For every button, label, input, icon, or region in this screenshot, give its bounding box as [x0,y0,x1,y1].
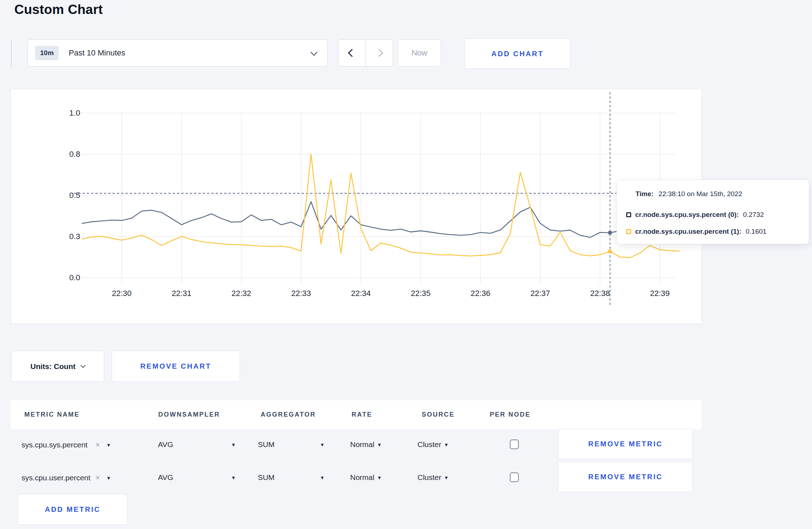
per-node-checkbox[interactable] [510,472,519,482]
clear-metric-icon[interactable]: × [95,440,100,450]
caret-down-icon: ▾ [107,475,110,481]
caret-down-icon: ▾ [445,441,448,448]
tooltip-series-row: cr.node.sys.cpu.user.percent (1): 0.1601 [626,228,767,236]
tooltip-series-label: cr.node.sys.cpu.sys.percent (0): [635,211,739,219]
chart-card: 1.00.80.50.30.0 22:3022:3122:3222:3322:3… [11,89,702,324]
prev-time-button[interactable] [338,40,366,66]
add-chart-button[interactable]: ADD CHART [465,39,570,69]
metric-name-select[interactable]: sys.cpu.user.percent × ▾ [21,473,110,482]
column-header-rate: RATE [352,411,372,418]
tooltip-time-value: 22:38:10 on Mar 15th, 2022 [658,190,742,198]
rate-select[interactable]: Normal ▾ [350,473,381,482]
remove-metric-button[interactable]: REMOVE METRIC [558,462,693,492]
x-tick-label: 22:39 [650,289,670,298]
caret-down-icon: ▾ [321,441,324,448]
column-header-per-node: PER NODE [490,411,531,418]
custom-chart-page: Custom Chart 10m Past 10 Minutes Now ADD… [0,0,812,529]
x-tick-label: 22:32 [231,289,251,298]
source-select[interactable]: Cluster ▾ [417,440,448,449]
clear-metric-icon[interactable]: × [96,473,100,482]
tooltip-series-value: 0.1601 [746,228,767,236]
now-button[interactable]: Now [398,39,441,67]
metric-name-select[interactable]: sys.cpu.sys.percent × ▾ [21,440,110,450]
chevron-down-icon [81,363,86,368]
remove-chart-button[interactable]: REMOVE CHART [112,351,240,382]
add-metric-button[interactable]: ADD METRIC [18,494,127,525]
tooltip-time-row: Time:22:38:10 on Mar 15th, 2022 [635,190,742,198]
y-tick-label: 0.3 [46,232,80,241]
caret-down-icon: ▾ [445,474,448,481]
series-user-swatch-icon [626,229,631,234]
downsampler-value: AVG [158,473,173,482]
source-value: Cluster [417,473,441,482]
y-tick-label: 1.0 [46,108,80,118]
x-tick-label: 22:30 [112,289,131,298]
downsampler-select[interactable]: AVG ▾ [158,440,235,449]
tooltip-series-value: 0.2732 [743,211,764,219]
downsampler-select[interactable]: AVG ▾ [158,473,235,482]
column-header-downsampler: DOWNSAMPLER [158,411,220,418]
x-tick-label: 22:34 [351,289,371,298]
column-header-metric-name: METRIC NAME [24,411,80,418]
tooltip-series-label: cr.node.sys.cpu.user.percent (1): [635,228,741,236]
x-tick-label: 22:35 [411,289,430,298]
chevron-left-icon [348,49,356,57]
caret-down-icon: ▾ [378,441,381,448]
x-tick-label: 22:33 [291,289,311,298]
units-select[interactable]: Units: Count [11,351,104,382]
y-tick-label: 0.5 [46,191,80,200]
series-sys-swatch-icon [626,212,631,217]
tooltip-time-label: Time: [635,190,653,198]
metric-name-value: sys.cpu.sys.percent [21,441,87,449]
caret-down-icon: ▾ [107,442,110,448]
y-tick-label: 0.8 [46,150,80,159]
toolbar-divider [11,40,12,67]
rate-value: Normal [350,473,374,482]
x-tick-label: 22:37 [530,289,550,298]
next-time-button[interactable] [366,40,393,66]
rate-value: Normal [350,440,374,449]
column-header-aggregator: AGGREGATOR [261,411,316,418]
remove-metric-button[interactable]: REMOVE METRIC [558,429,693,459]
metrics-table-header: METRIC NAME DOWNSAMPLER AGGREGATOR RATE … [11,400,702,429]
chevron-right-icon [375,49,383,57]
per-node-checkbox[interactable] [510,440,519,449]
aggregator-select[interactable]: SUM ▾ [258,473,324,482]
x-tick-label: 22:38 [590,289,610,298]
time-range-badge: 10m [35,46,59,60]
caret-down-icon: ▾ [232,441,235,448]
tooltip-series-row: cr.node.sys.cpu.sys.percent (0): 0.2732 [626,211,764,219]
page-title: Custom Chart [14,2,103,17]
aggregator-select[interactable]: SUM ▾ [258,440,324,449]
column-header-source: SOURCE [422,411,455,418]
time-range-label: Past 10 Minutes [69,48,125,58]
rate-select[interactable]: Normal ▾ [350,440,381,449]
source-select[interactable]: Cluster ▾ [417,473,448,482]
metric-name-value: sys.cpu.user.percent [21,474,91,482]
time-range-select[interactable]: 10m Past 10 Minutes [28,39,328,67]
caret-down-icon: ▾ [378,474,381,481]
chevron-down-icon [311,50,316,56]
aggregator-value: SUM [258,473,275,482]
units-select-label: Units: Count [30,362,76,371]
x-tick-label: 22:36 [470,289,490,298]
caret-down-icon: ▾ [321,474,324,481]
y-tick-label: 0.0 [46,273,80,282]
aggregator-value: SUM [258,440,275,449]
downsampler-value: AVG [158,440,173,449]
x-tick-label: 22:31 [171,289,191,298]
source-value: Cluster [417,440,441,449]
time-nav-group [338,39,393,67]
caret-down-icon: ▾ [232,474,235,481]
chart-tooltip: Time:22:38:10 on Mar 15th, 2022 cr.node.… [617,180,809,244]
